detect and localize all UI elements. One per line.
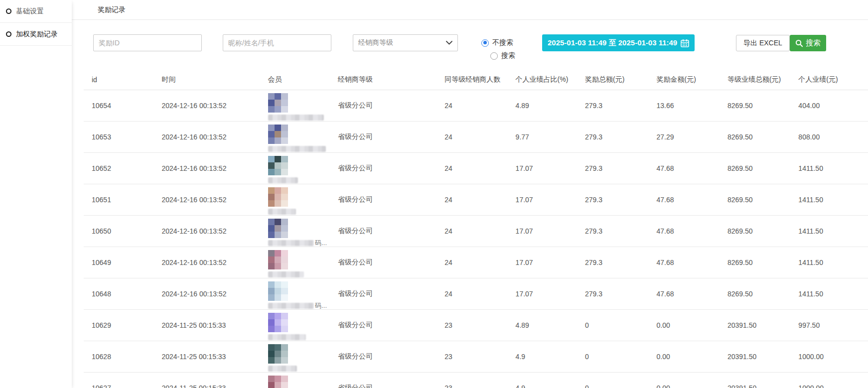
cell-member xyxy=(260,90,330,121)
cell-peer-dealer-count: 24 xyxy=(436,215,507,247)
cell-time: 2024-12-16 00:13:52 xyxy=(153,215,260,247)
date-range-button[interactable]: 2025-01-03 11:49 至 2025-01-03 11:49 xyxy=(542,34,695,51)
cell-reward-total: 0 xyxy=(577,309,648,341)
table-row: 10650 2024-12-16 00:13:52 码... 省级分公司 24 … xyxy=(84,215,868,247)
cell-dealer-level: 省级分公司 xyxy=(330,90,436,121)
cell-time: 2024-12-16 00:13:52 xyxy=(153,247,260,278)
cell-reward-amount: 47.68 xyxy=(648,184,719,215)
member-name-suffix: 码... xyxy=(315,301,327,310)
cell-personal-ratio: 17.07 xyxy=(508,278,577,309)
member-avatar xyxy=(268,93,288,113)
page-title: 奖励记录 xyxy=(98,5,126,14)
cell-personal-ratio: 17.07 xyxy=(508,152,577,184)
cell-level-total: 8269.50 xyxy=(720,184,790,215)
member-name-blurred xyxy=(268,366,297,372)
cell-member xyxy=(260,184,330,215)
cell-level-total: 8269.50 xyxy=(720,121,790,152)
circle-bullet-icon xyxy=(6,8,11,14)
member-name-suffix: 码... xyxy=(315,239,327,248)
search-button-label: 搜索 xyxy=(806,38,821,48)
cell-reward-total: 279.3 xyxy=(577,90,648,121)
cell-peer-dealer-count: 24 xyxy=(436,278,507,309)
cell-personal-performance: 404.00 xyxy=(790,90,868,121)
cell-peer-dealer-count: 24 xyxy=(436,184,507,215)
member-name-blurred xyxy=(268,146,326,152)
search-button[interactable]: 搜索 xyxy=(790,35,826,51)
cell-personal-performance: 1411.50 xyxy=(790,152,868,184)
page-header: 奖励记录 xyxy=(72,0,868,20)
cell-time: 2024-11-25 00:15:33 xyxy=(153,372,260,388)
cell-reward-amount: 27.29 xyxy=(648,121,719,152)
cell-member xyxy=(260,341,330,372)
cell-time: 2024-12-16 00:13:52 xyxy=(153,90,260,121)
cell-personal-performance: 1411.50 xyxy=(790,247,868,278)
sidebar-item-weighted-reward-records[interactable]: 加权奖励记录 xyxy=(0,23,72,46)
cell-level-total: 20391.50 xyxy=(720,372,790,388)
cell-time: 2024-11-25 00:15:33 xyxy=(153,341,260,372)
cell-reward-amount: 13.66 xyxy=(648,90,719,121)
cell-reward-total: 279.3 xyxy=(577,184,648,215)
cell-member xyxy=(260,247,330,278)
table-row: 10649 2024-12-16 00:13:52 省级分公司 24 17.07… xyxy=(84,247,868,278)
cell-time: 2024-12-16 00:13:52 xyxy=(153,121,260,152)
member-avatar xyxy=(268,125,288,144)
dealer-level-select[interactable]: 经销商等级 xyxy=(353,34,458,51)
cell-personal-ratio: 4.9 xyxy=(508,372,577,388)
radio-selected-icon xyxy=(481,39,489,47)
radio-search[interactable]: 搜索 xyxy=(490,51,515,60)
table-row: 10629 2024-11-25 00:15:33 省级分公司 23 4.89 … xyxy=(84,309,868,341)
export-excel-button[interactable]: 导出 EXCEL xyxy=(736,35,790,51)
cell-member: 码... xyxy=(260,278,330,309)
cell-id: 10654 xyxy=(84,90,153,121)
cell-personal-ratio: 4.89 xyxy=(508,90,577,121)
member-name-blurred xyxy=(268,334,306,340)
cell-id: 10650 xyxy=(84,215,153,247)
column-header-1: 时间 xyxy=(153,70,260,90)
cell-peer-dealer-count: 23 xyxy=(436,309,507,341)
member-name-blurred xyxy=(268,115,324,121)
cell-personal-performance: 1411.50 xyxy=(790,215,868,247)
cell-member xyxy=(260,152,330,184)
member-avatar xyxy=(268,156,288,176)
cell-reward-total: 0 xyxy=(577,341,648,372)
cell-reward-total: 279.3 xyxy=(577,215,648,247)
cell-reward-total: 279.3 xyxy=(577,121,648,152)
cell-id: 10652 xyxy=(84,152,153,184)
cell-level-total: 8269.50 xyxy=(720,90,790,121)
calendar-icon xyxy=(681,39,689,47)
sidebar-item-label: 基础设置 xyxy=(16,7,44,16)
cell-personal-performance: 1411.50 xyxy=(790,184,868,215)
cell-peer-dealer-count: 23 xyxy=(436,341,507,372)
cell-level-total: 8269.50 xyxy=(720,278,790,309)
cell-peer-dealer-count: 24 xyxy=(436,90,507,121)
member-name-blurred xyxy=(268,209,296,215)
cell-personal-performance: 808.00 xyxy=(790,121,868,152)
reward-id-input[interactable] xyxy=(93,34,202,51)
cell-dealer-level: 省级分公司 xyxy=(330,372,436,388)
member-name-blurred xyxy=(268,303,314,309)
radio-no-search[interactable]: 不搜索 xyxy=(481,38,513,47)
cell-reward-amount: 0.00 xyxy=(648,309,719,341)
cell-dealer-level: 省级分公司 xyxy=(330,341,436,372)
cell-reward-amount: 47.68 xyxy=(648,152,719,184)
records-table: id时间会员经销商等级同等级经销商人数个人业绩占比(%)奖励总额(元)奖励金额(… xyxy=(84,70,868,388)
cell-member xyxy=(260,309,330,341)
radio-no-search-label: 不搜索 xyxy=(492,38,513,47)
column-header-7: 奖励金额(元) xyxy=(648,70,719,90)
circle-bullet-icon xyxy=(6,31,11,37)
cell-level-total: 8269.50 xyxy=(720,215,790,247)
cell-personal-performance: 997.50 xyxy=(790,309,868,341)
cell-member xyxy=(260,121,330,152)
cell-personal-performance: 1000.00 xyxy=(790,372,868,388)
cell-reward-amount: 0.00 xyxy=(648,341,719,372)
cell-personal-ratio: 17.07 xyxy=(508,247,577,278)
member-name-blurred xyxy=(268,240,314,246)
nickname-name-phone-input[interactable] xyxy=(223,34,331,51)
sidebar-item-basic-settings[interactable]: 基础设置 xyxy=(0,0,72,23)
table-header-row: id时间会员经销商等级同等级经销商人数个人业绩占比(%)奖励总额(元)奖励金额(… xyxy=(84,70,868,90)
radio-unselected-icon xyxy=(490,52,498,60)
cell-time: 2024-12-16 00:13:52 xyxy=(153,184,260,215)
cell-personal-performance: 1000.00 xyxy=(790,341,868,372)
cell-id: 10628 xyxy=(84,341,153,372)
cell-peer-dealer-count: 24 xyxy=(436,152,507,184)
